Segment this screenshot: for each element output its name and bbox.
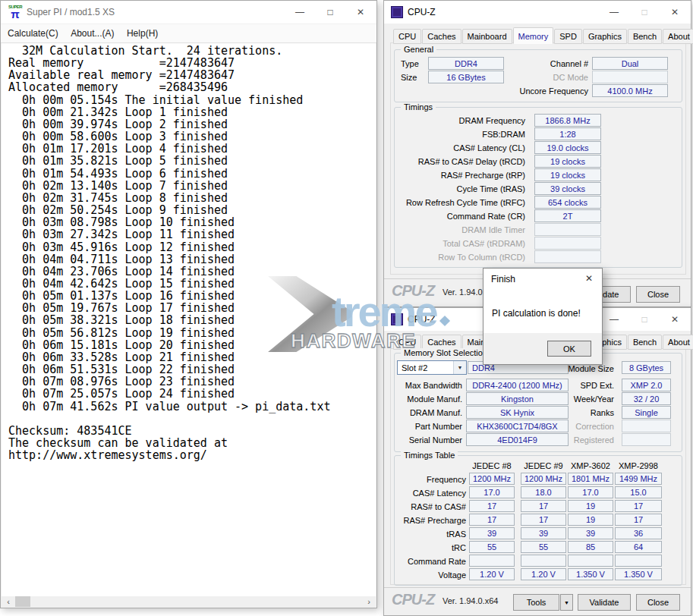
- table-cell: 1499 MHz: [615, 473, 662, 485]
- scroll-right-icon[interactable]: ›: [363, 596, 375, 607]
- minimize-icon[interactable]: —: [599, 309, 629, 330]
- timings-group-label: Timings: [401, 102, 436, 112]
- table-cell: 1.350 V: [615, 568, 662, 580]
- table-row-label: tRAS: [395, 527, 466, 540]
- table-cell: 17: [469, 500, 515, 512]
- timings-table-label: Timings Table: [401, 451, 458, 460]
- table-cell: [568, 555, 613, 567]
- uncore-label: Uncore Frequency: [471, 84, 588, 97]
- cpuz-footer-logo: CPU-Z: [392, 282, 434, 300]
- menu-calculate[interactable]: Calculate(C): [8, 28, 58, 39]
- table-cell: 85: [568, 541, 613, 553]
- general-group-label: General: [401, 45, 436, 54]
- tab-spd[interactable]: SPD: [554, 29, 582, 44]
- timing-label: DRAM Idle Timer: [395, 223, 525, 236]
- close-icon[interactable]: ✕: [660, 2, 690, 23]
- column-header: XMP-2998: [615, 459, 662, 472]
- table-cell: 39: [521, 527, 566, 539]
- table-row-label: Voltage: [395, 568, 466, 581]
- close-icon[interactable]: ✕: [345, 2, 376, 23]
- table-cell: 17.0: [469, 486, 515, 498]
- table-cell: [521, 555, 566, 567]
- memory-slot-group-label: Memory Slot Selection: [401, 348, 490, 357]
- type-value: DDR4: [428, 57, 504, 70]
- tools-button[interactable]: Tools: [513, 594, 559, 611]
- minimize-icon[interactable]: —: [285, 2, 315, 23]
- menu-help[interactable]: Help(H): [127, 28, 158, 39]
- superpi-menubar: Calculate(C) About...(A) Help(H): [1, 24, 376, 43]
- module-size-value: 8 GBytes: [622, 361, 671, 374]
- menu-about[interactable]: About...(A): [71, 28, 114, 39]
- timing-value: 654 clocks: [534, 196, 601, 209]
- cpuz-app-icon: [391, 6, 403, 18]
- table-cell: 1801 MHz: [568, 473, 613, 485]
- scroll-left-icon[interactable]: ‹: [2, 596, 14, 607]
- close-icon[interactable]: ✕: [660, 309, 690, 330]
- table-cell: 55: [469, 541, 515, 553]
- superpi-app-icon: SUPER π: [7, 5, 24, 20]
- version-text: Ver. 1.94.0.x64: [443, 596, 498, 605]
- tab-cpu[interactable]: CPU: [393, 335, 421, 350]
- timings-group: Timings DRAM Frequency 1866.8 MHz FSB:DR…: [394, 107, 682, 268]
- channel-label: Channel #: [501, 57, 588, 70]
- ok-button[interactable]: OK: [547, 341, 591, 357]
- ranks-value: Single: [622, 406, 671, 419]
- size-value: 16 GBytes: [428, 71, 504, 83]
- cpuz-memory-titlebar: CPU-Z — □ ✕: [384, 1, 691, 24]
- dram-manuf-label: DRAM Manuf.: [395, 406, 462, 419]
- memory-slot-group: Memory Slot Selection Slot #2 ▼ DDR4 Mod…: [394, 353, 682, 452]
- superpi-output: 32M Calculation Start. 24 iterations. Re…: [2, 43, 376, 461]
- table-cell: 1200 MHz: [521, 473, 566, 485]
- chevron-down-icon[interactable]: ▼: [453, 361, 466, 374]
- table-row-label: Command Rate: [395, 555, 466, 567]
- minimize-icon[interactable]: —: [599, 2, 629, 23]
- column-header: JEDEC #8: [469, 459, 515, 472]
- timing-value: [534, 250, 601, 263]
- tab-graphics[interactable]: Graphics: [583, 29, 627, 44]
- slot-select[interactable]: Slot #2 ▼: [397, 360, 467, 375]
- week-year-value: 32 / 20: [622, 392, 671, 405]
- scrollbar-thumb[interactable]: [15, 596, 30, 607]
- tab-cpu[interactable]: CPU: [393, 29, 421, 44]
- table-cell: 1200 MHz: [469, 473, 515, 485]
- table-cell: 64: [615, 541, 662, 553]
- table-row-label: tRC: [395, 541, 466, 554]
- week-year-label: Week/Year: [539, 392, 614, 405]
- superpi-window: SUPER π Super PI / mod1.5 XS — □ ✕ Calcu…: [0, 0, 377, 608]
- cpuz-memory-window-title: CPU-Z: [408, 7, 436, 17]
- column-header: XMP-3602: [568, 459, 613, 472]
- close-button[interactable]: Close: [636, 594, 680, 611]
- table-row-label: RAS# to CAS#: [395, 500, 466, 513]
- registered-value: [622, 433, 671, 446]
- close-icon[interactable]: ✕: [576, 269, 602, 288]
- slot-select-value: Slot #2: [398, 363, 453, 372]
- uncore-value: 4100.0 MHz: [592, 84, 668, 97]
- superpi-window-title: Super PI / mod1.5 XS: [27, 7, 115, 17]
- close-button[interactable]: Close: [636, 286, 680, 303]
- finish-dialog: Finish ✕ PI calculation is done! OK: [483, 268, 603, 365]
- tab-memory[interactable]: Memory: [513, 27, 554, 44]
- timing-label: Row To Column (tRCD): [395, 250, 525, 263]
- timing-value: [534, 237, 601, 250]
- tab-bench[interactable]: Bench: [628, 335, 662, 350]
- tools-dropdown-icon[interactable]: ▼: [560, 594, 573, 611]
- tab-mainboard[interactable]: Mainboard: [462, 29, 512, 44]
- tab-about[interactable]: About: [663, 335, 693, 350]
- maximize-icon[interactable]: □: [315, 2, 345, 23]
- table-cell: 15.0: [615, 486, 662, 498]
- timing-label: Row Refresh Cycle Time (tRFC): [395, 196, 525, 209]
- horizontal-scrollbar[interactable]: ‹ ›: [2, 596, 376, 607]
- tab-caches[interactable]: Caches: [422, 335, 461, 350]
- table-cell: 17: [615, 514, 662, 526]
- table-cell: 1.350 V: [568, 568, 613, 580]
- channel-value: Dual: [592, 57, 668, 70]
- tab-bench[interactable]: Bench: [628, 29, 662, 44]
- timings-table-group: Timings Table JEDEC #8 JEDEC #9 XMP-3602…: [394, 455, 682, 586]
- tab-caches[interactable]: Caches: [422, 29, 461, 44]
- column-header: JEDEC #9: [521, 459, 566, 472]
- validate-button[interactable]: Validate: [578, 594, 631, 611]
- table-cell: 17: [469, 514, 515, 526]
- timing-label: RAS# Precharge (tRP): [395, 168, 525, 181]
- timing-label: Cycle Time (tRAS): [395, 182, 525, 195]
- tab-about[interactable]: About: [663, 29, 693, 44]
